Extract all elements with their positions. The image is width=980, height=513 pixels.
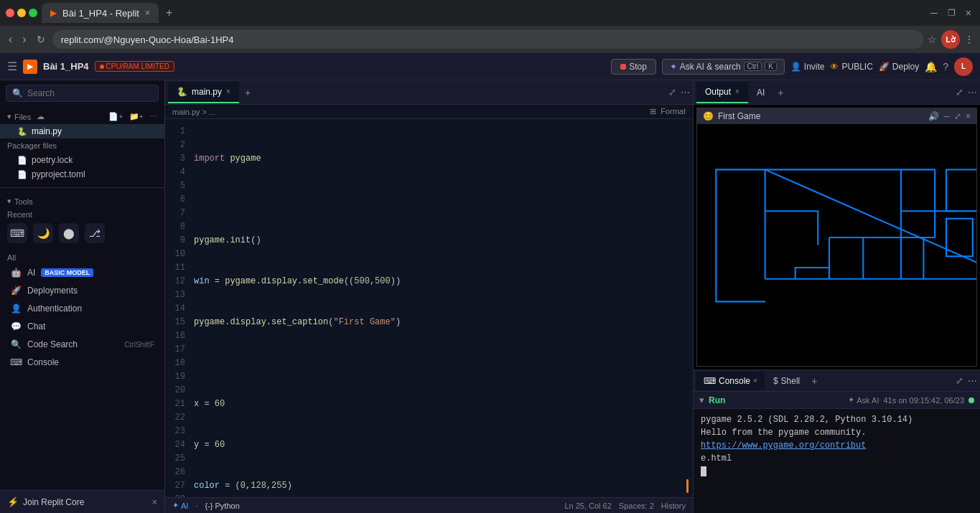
invite-button[interactable]: 👤 Invite bbox=[790, 62, 825, 72]
back-button[interactable]: ‹ bbox=[6, 32, 15, 47]
public-button[interactable]: 👁 PUBLIC bbox=[830, 62, 872, 72]
file-item-pyproject[interactable]: 📄 pyproject.toml bbox=[0, 167, 164, 182]
game-expand-icon[interactable]: ⤢ bbox=[954, 111, 961, 121]
pygame-link[interactable]: https://www.pygame.org/contribut bbox=[701, 441, 866, 451]
output-more-button[interactable]: ⋯ bbox=[968, 87, 977, 98]
sidebar-item-console[interactable]: ⌨ Console bbox=[3, 354, 162, 371]
editor-area: 🐍 main.py × + ⤢ ⋯ main.py > ... ⊞ Format bbox=[165, 80, 693, 513]
editor-tab-add-icon[interactable]: + bbox=[239, 87, 256, 98]
console-expand-button[interactable]: ⤢ bbox=[956, 375, 963, 386]
all-section: All 🤖 AI BASIC MODEL 🚀 Deployments 👤 Aut… bbox=[0, 249, 164, 490]
ask-ai-button[interactable]: ✦ Ask AI & search Ctrl K bbox=[662, 59, 785, 75]
editor-tab-close-icon[interactable]: × bbox=[226, 88, 230, 95]
game-title-text: First Game bbox=[718, 111, 924, 121]
extensions-icon[interactable]: ⋮ bbox=[964, 34, 974, 45]
restore-window-icon[interactable]: ❐ bbox=[945, 8, 958, 18]
search-icon: 🔍 bbox=[12, 88, 23, 98]
shell-tab-label: Shell bbox=[781, 376, 801, 386]
search-input[interactable] bbox=[27, 88, 152, 98]
console-more-button[interactable]: ⋯ bbox=[968, 375, 977, 386]
game-minimize-icon[interactable]: ─ bbox=[943, 111, 950, 121]
tab-close-icon[interactable]: × bbox=[145, 8, 150, 18]
forward-button[interactable]: › bbox=[19, 32, 29, 47]
new-tab-icon[interactable]: + bbox=[163, 6, 175, 19]
sidebar-item-chat[interactable]: 💬 Chat bbox=[3, 318, 162, 335]
sidebar-item-code-search[interactable]: 🔍 Code Search CtrlShiftF bbox=[3, 336, 162, 353]
code-content[interactable]: import pygame pygame.init() win = pygame… bbox=[191, 119, 693, 497]
join-core-bar[interactable]: ⚡ Join Replit Core × bbox=[0, 490, 164, 513]
tools-header[interactable]: ▾ Tools bbox=[0, 194, 164, 209]
sidebar-item-ai[interactable]: 🤖 AI BASIC MODEL bbox=[3, 264, 162, 281]
tool-icon-moon[interactable]: 🌙 bbox=[33, 223, 53, 243]
tab[interactable]: ▶ Bài 1_HP4 - Replit × bbox=[42, 3, 159, 23]
line-num-22: 22 bbox=[165, 411, 185, 425]
editor-tab-main-py[interactable]: 🐍 main.py × bbox=[168, 82, 239, 103]
new-file-icon[interactable]: 📄+ bbox=[108, 112, 123, 121]
sidebar-item-authentication[interactable]: 👤 Authentication bbox=[3, 300, 162, 317]
console-tab-add-icon[interactable]: + bbox=[808, 375, 820, 387]
output-tab-add-icon[interactable]: + bbox=[773, 87, 788, 98]
output-tab-output[interactable]: Output × bbox=[696, 82, 748, 103]
bookmark-icon[interactable]: ☆ bbox=[928, 34, 937, 45]
files-more-icon[interactable]: ⋯ bbox=[149, 112, 157, 121]
stop-button[interactable]: Stop bbox=[611, 59, 656, 75]
top-bar-left: ☰ ▶ Bài 1_HP4 CPU/RAM LIMITED bbox=[7, 60, 605, 74]
game-audio-icon[interactable]: 🔊 bbox=[928, 111, 939, 121]
line-num-23: 23 bbox=[165, 425, 185, 438]
tool-icon-circle[interactable]: ⬤ bbox=[59, 223, 79, 243]
ask-ai-label: Ask AI & search bbox=[680, 62, 741, 72]
ai-tab-label: AI bbox=[757, 88, 765, 98]
authentication-label: Authentication bbox=[27, 303, 82, 314]
reload-button[interactable]: ↻ bbox=[34, 32, 48, 47]
join-core-close-icon[interactable]: × bbox=[151, 496, 157, 507]
sidebar-item-deployments[interactable]: 🚀 Deployments bbox=[3, 282, 162, 299]
code-line-9: color = (0,128,255) bbox=[194, 479, 690, 493]
file-item-main-py[interactable]: 🐍 main.py bbox=[0, 124, 164, 138]
line-num-27: 27 bbox=[165, 479, 185, 493]
right-panel: Output × AI + ⤢ ⋯ 😊 Fir bbox=[693, 80, 980, 513]
close-window-icon[interactable]: × bbox=[963, 7, 974, 19]
run-expand-icon[interactable]: ▾ bbox=[699, 395, 704, 405]
hamburger-icon[interactable]: ☰ bbox=[7, 60, 17, 73]
min-btn[interactable] bbox=[17, 9, 26, 17]
code-editor[interactable]: 1 2 3 4 5 6 7 8 9 10 11 12 13 14 15 16 1 bbox=[165, 119, 693, 497]
console-tab-console[interactable]: ⌨ Console × bbox=[696, 372, 765, 390]
deployments-label: Deployments bbox=[27, 286, 78, 296]
output-tab-ai[interactable]: AI bbox=[748, 82, 773, 103]
format-icon: ⊞ bbox=[650, 107, 656, 116]
python-file-icon: 🐍 bbox=[17, 127, 27, 136]
file-item-poetry[interactable]: 📄 poetry.lock bbox=[0, 153, 164, 167]
format-button[interactable]: ⊞ Format bbox=[650, 107, 686, 116]
console-tab-close-icon[interactable]: × bbox=[753, 377, 757, 385]
new-folder-icon[interactable]: 📁+ bbox=[129, 112, 144, 121]
files-header[interactable]: ▾ Files ☁ 📄+ 📁+ ⋯ bbox=[0, 109, 164, 124]
game-close-icon[interactable]: × bbox=[966, 111, 971, 121]
close-btn[interactable] bbox=[6, 9, 14, 17]
tools-label: Tools bbox=[14, 197, 33, 206]
minimize-window-icon[interactable]: ─ bbox=[928, 7, 941, 19]
file-name-main-py: main.py bbox=[32, 126, 62, 136]
output-tab-close-icon[interactable]: × bbox=[735, 88, 739, 95]
user-avatar-top[interactable]: L bbox=[954, 57, 973, 76]
profile-icon[interactable]: Lờ bbox=[941, 30, 960, 49]
console-output[interactable]: pygame 2.5.2 (SDL 2.28.2, Python 3.10.14… bbox=[694, 409, 980, 513]
ask-ai-console-button[interactable]: ✦ Ask AI bbox=[848, 395, 879, 405]
console-tab-shell[interactable]: $ Shell bbox=[766, 372, 807, 390]
status-bar: ✦ AI · {-} Python Ln 25, Col 62 Spaces: … bbox=[165, 497, 693, 513]
code-line-5: pygame.display.set_caption("First Game") bbox=[194, 316, 690, 329]
console-tab-right: ⤢ ⋯ bbox=[956, 375, 977, 386]
editor-more-button[interactable]: ⋯ bbox=[681, 87, 690, 98]
editor-expand-button[interactable]: ⤢ bbox=[668, 87, 676, 98]
tool-icon-code[interactable]: ⌨ bbox=[7, 223, 27, 243]
bell-icon[interactable]: 🔔 bbox=[925, 61, 937, 72]
deploy-button[interactable]: 🚀 Deploy bbox=[879, 62, 919, 72]
url-input[interactable] bbox=[52, 30, 923, 49]
tool-icon-branch[interactable]: ⎇ bbox=[85, 223, 105, 243]
help-icon[interactable]: ? bbox=[943, 61, 948, 72]
output-expand-button[interactable]: ⤢ bbox=[956, 87, 963, 98]
join-core-icon: ⚡ bbox=[7, 496, 19, 507]
max-btn[interactable] bbox=[29, 9, 37, 17]
search-box[interactable]: 🔍 bbox=[6, 85, 159, 102]
code-search-label: Code Search bbox=[27, 339, 78, 349]
run-button[interactable]: Run bbox=[709, 395, 725, 405]
